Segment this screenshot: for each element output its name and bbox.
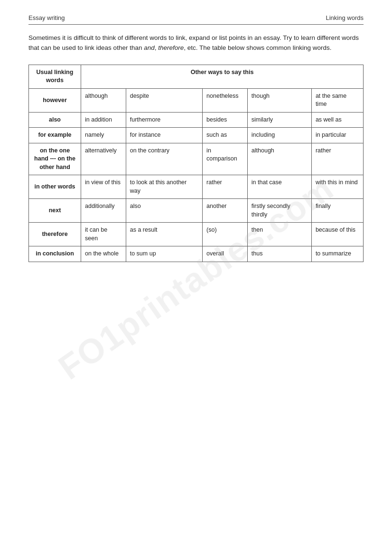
usual-word-cell: next <box>29 199 81 223</box>
other-word-cell: furthermore <box>126 112 202 128</box>
other-word-cell: then <box>247 223 311 246</box>
table-row: on the one hand --- on the other handalt… <box>29 143 364 175</box>
table-row: howeveralthoughdespitenonethelessthougha… <box>29 88 364 112</box>
other-word-cell: also <box>126 199 202 223</box>
other-word-cell: to sum up <box>126 246 202 262</box>
other-word-cell: thus <box>247 246 311 262</box>
table-row: alsoin additionfurthermorebesidessimilar… <box>29 112 364 128</box>
other-word-cell: in view of this <box>81 175 126 199</box>
other-word-cell: (so) <box>203 223 248 246</box>
other-word-cell: on the whole <box>81 246 126 262</box>
other-word-cell: with this in mind <box>311 175 363 199</box>
other-word-cell: as well as <box>311 112 363 128</box>
other-word-cell: in addition <box>81 112 126 128</box>
usual-word-cell: therefore <box>29 223 81 246</box>
usual-word-cell: however <box>29 88 81 112</box>
other-word-cell: to look at this another way <box>126 175 202 199</box>
other-word-cell: in particular <box>311 128 363 143</box>
header-divider <box>28 24 364 25</box>
intro-paragraph: Sometimes it is difficult to think of di… <box>28 33 364 53</box>
usual-word-cell: also <box>29 112 81 128</box>
header-left: Essay writing <box>28 14 65 21</box>
table-row: for examplenamelyfor instancesuch asincl… <box>29 128 364 143</box>
other-word-cell: rather <box>203 175 248 199</box>
other-word-cell: firstly secondly thirdly <box>247 199 311 223</box>
col-other-ways-header: Other ways to say this <box>81 65 364 88</box>
other-word-cell: in that case <box>247 175 311 199</box>
other-word-cell: although <box>81 88 126 112</box>
page-header: Essay writing Linking words <box>28 14 364 21</box>
other-word-cell: as a result <box>126 223 202 246</box>
other-word-cell: for instance <box>126 128 202 143</box>
other-word-cell: at the same time <box>311 88 363 112</box>
usual-word-cell: in other words <box>29 175 81 199</box>
other-word-cell: on the contrary <box>126 143 202 175</box>
table-header-row: Usual linking words Other ways to say th… <box>29 65 364 88</box>
other-word-cell: although <box>247 143 311 175</box>
usual-word-cell: on the one hand --- on the other hand <box>29 143 81 175</box>
table-row: in other wordsin view of thisto look at … <box>29 175 364 199</box>
other-word-cell: to summarize <box>311 246 363 262</box>
other-word-cell: alternatively <box>81 143 126 175</box>
other-word-cell: nonetheless <box>203 88 248 112</box>
table-row: nextadditionallyalsoanotherfirstly secon… <box>29 199 364 223</box>
other-word-cell: in comparison <box>203 143 248 175</box>
other-word-cell: such as <box>203 128 248 143</box>
usual-word-cell: in conclusion <box>29 246 81 262</box>
linking-words-table: Usual linking words Other ways to say th… <box>28 65 364 262</box>
other-word-cell: rather <box>311 143 363 175</box>
other-word-cell: including <box>247 128 311 143</box>
other-word-cell: similarly <box>247 112 311 128</box>
other-word-cell: it can be seen <box>81 223 126 246</box>
other-word-cell: another <box>203 199 248 223</box>
other-word-cell: besides <box>203 112 248 128</box>
table-row: in conclusionon the wholeto sum upoveral… <box>29 246 364 262</box>
other-word-cell: overall <box>203 246 248 262</box>
col-usual-header: Usual linking words <box>29 65 81 88</box>
other-word-cell: because of this <box>311 223 363 246</box>
other-word-cell: though <box>247 88 311 112</box>
other-word-cell: despite <box>126 88 202 112</box>
other-word-cell: additionally <box>81 199 126 223</box>
other-word-cell: namely <box>81 128 126 143</box>
table-row: thereforeit can be seenas a result(so)th… <box>29 223 364 246</box>
header-right: Linking words <box>326 14 364 21</box>
usual-word-cell: for example <box>29 128 81 143</box>
other-word-cell: finally <box>311 199 363 223</box>
